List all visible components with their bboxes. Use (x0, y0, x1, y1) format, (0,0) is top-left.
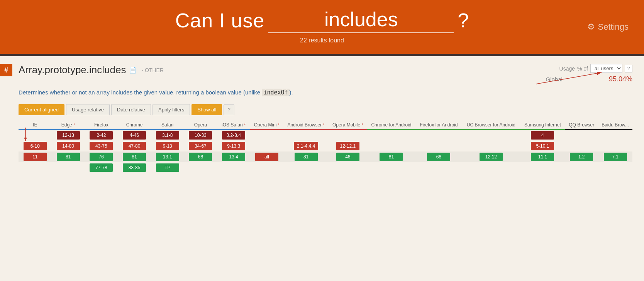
cell-chrome-r1: 4-46 (118, 130, 151, 141)
desc-text-2: ). (290, 89, 293, 96)
th-firefox: Firefox (85, 120, 118, 130)
date-relative-btn[interactable]: Date relative (111, 104, 151, 115)
th-ie: IE (19, 120, 52, 130)
cell-uc-cur: 12.12 (462, 151, 520, 162)
cell-android-r2: 2.1-4.4.4 (283, 141, 329, 151)
th-firefox-android: Firefox for Android (416, 120, 462, 130)
cell-ios-r1: 3.2-8.4 (217, 130, 250, 141)
cell-android-r1 (283, 130, 329, 141)
cell-opmob-cur: 46 (329, 151, 367, 162)
cell-uc-r2 (462, 141, 520, 151)
settings-label: Settings (598, 22, 629, 32)
feature-name: Array.prototype.includes (19, 64, 126, 76)
browser-table-wrap: IE Edge * Firefox (19, 120, 632, 173)
down-arrow-ie (22, 128, 37, 143)
show-all-btn[interactable]: Show all (192, 104, 222, 115)
cell-opera-f (184, 162, 217, 173)
th-safari: Safari (151, 120, 184, 130)
cell-baidu-r2 (598, 141, 632, 151)
cell-opmob-f (329, 162, 367, 173)
th-android-browser: Android Browser * (283, 120, 329, 130)
current-aligned-btn[interactable]: Current aligned (19, 104, 64, 115)
cell-qq-cur: 1.2 (565, 151, 598, 162)
cell-chrome-f: 83-85 (118, 162, 151, 173)
filter-bar: Current aligned Usage relative Date rela… (19, 104, 632, 115)
cell-opera-r1: 10-33 (184, 130, 217, 141)
svg-line-1 (536, 72, 602, 84)
search-input[interactable] (268, 8, 454, 33)
cell-baidu-r1 (598, 130, 632, 141)
cell-chrome-cur: 81 (118, 151, 151, 162)
filter-help[interactable]: ? (224, 104, 234, 115)
th-samsung: Samsung Internet (520, 120, 565, 130)
desc-text-1: Determines whether or not an array inclu… (19, 89, 262, 96)
cell-baidu-cur: 7.1 (598, 151, 632, 162)
cell-mini-cur: all (250, 151, 283, 162)
cell-opera-r2: 34-67 (184, 141, 217, 151)
table-row: 12-13 2-42 4-46 3.1-8 10-33 3.2-8.4 4 (19, 130, 632, 141)
question-mark: ? (458, 9, 469, 32)
th-opera: Opera (184, 120, 217, 130)
cell-ios-r2: 9-13.3 (217, 141, 250, 151)
cell-android-f (283, 162, 329, 173)
cell-ffand-r1 (416, 130, 462, 141)
apply-filters-btn[interactable]: Apply filters (153, 104, 190, 115)
cell-opmob-r2: 12-12.1 (329, 141, 367, 151)
th-opera-mobile: Opera Mobile * (329, 120, 367, 130)
feature-title-row: Array.prototype.includes 📄 - OTHER Usage… (19, 64, 632, 83)
other-badge: - OTHER (141, 67, 164, 73)
cell-firefox-f: 77-78 (85, 162, 118, 173)
cell-samsung-f (520, 162, 565, 173)
table-row: 6-10 14-80 43-75 47-80 9-13 34-67 9-13.3… (19, 141, 632, 151)
cell-uc-f (462, 162, 520, 173)
cell-samsung-r2: 5-10.1 (520, 141, 565, 151)
cell-qq-r1 (565, 130, 598, 141)
cell-safari-r2: 9-13 (151, 141, 184, 151)
table-row: 11 81 76 81 13.1 68 13.4 all 81 46 81 68… (19, 151, 632, 162)
cell-mini-r1 (250, 130, 283, 141)
browser-table: IE Edge * Firefox (19, 120, 632, 173)
global-percent: 95.04% (609, 75, 632, 83)
table-row: 77-78 83-85 TP (19, 162, 632, 173)
cell-ie-f (19, 162, 52, 173)
cell-qq-r2 (565, 141, 598, 151)
th-qq: QQ Browser (565, 120, 598, 130)
th-uc-browser: UC Browser for Android (462, 120, 520, 130)
cell-chrome-r2: 47-80 (118, 141, 151, 151)
hash-badge: # (0, 64, 12, 76)
cell-mini-f (250, 162, 283, 173)
cell-baidu-f (598, 162, 632, 173)
cell-chromand-f (367, 162, 415, 173)
cell-firefox-cur: 76 (85, 151, 118, 162)
doc-icon[interactable]: 📄 (129, 66, 137, 74)
cell-ffand-cur: 68 (416, 151, 462, 162)
cell-edge-cur: 81 (52, 151, 85, 162)
global-arrow (534, 71, 611, 86)
cell-chromand-r2 (367, 141, 415, 151)
cell-samsung-r1: 4 (520, 130, 565, 141)
cell-opmob-r1 (329, 130, 367, 141)
cell-mini-r2 (250, 141, 283, 151)
cell-ffand-f (416, 162, 462, 173)
cell-safari-r1: 3.1-8 (151, 130, 184, 141)
cell-ffand-r2 (416, 141, 462, 151)
cell-safari-cur: 13.1 (151, 151, 184, 162)
results-found: 22 results found (0, 37, 644, 44)
usage-relative-btn[interactable]: Usage relative (66, 104, 110, 115)
cell-qq-f (565, 162, 598, 173)
cell-safari-f: TP (151, 162, 184, 173)
cell-chromand-cur: 81 (367, 151, 415, 162)
global-usage-area: Global 95.04% (546, 75, 632, 83)
cell-uc-r1 (462, 130, 520, 141)
cell-firefox-r2: 43-75 (85, 141, 118, 151)
cell-ios-f (217, 162, 250, 173)
can-use-label: Can I use (175, 9, 265, 32)
usage-section: Usage % of all users ? (517, 64, 632, 83)
th-chrome-android: Chrome for Android (367, 120, 415, 130)
header: Can I use ? 22 results found ⚙ Settings (0, 0, 644, 54)
feature-title-left: Array.prototype.includes 📄 - OTHER (19, 64, 164, 76)
usage-help[interactable]: ? (625, 65, 632, 72)
cell-edge-r2: 14-80 (52, 141, 85, 151)
cell-opera-cur: 68 (184, 151, 217, 162)
settings-button[interactable]: ⚙ Settings (587, 22, 629, 32)
